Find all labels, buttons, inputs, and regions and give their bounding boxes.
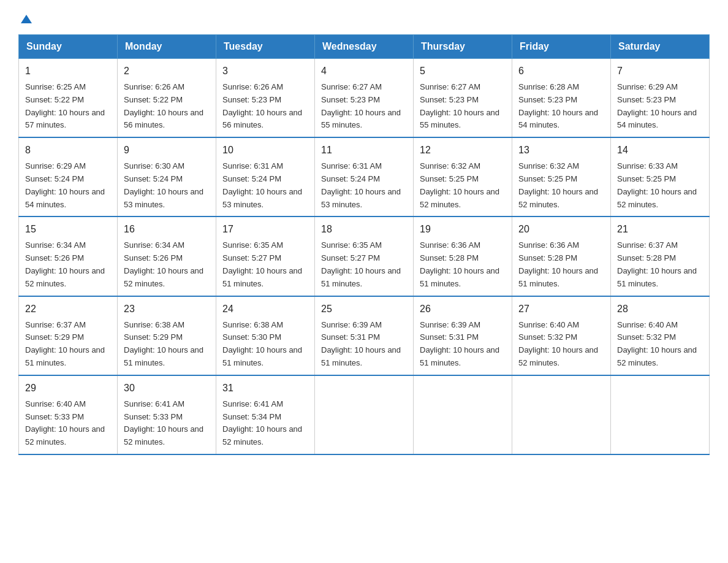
day-number: 10	[222, 143, 308, 158]
calendar-cell: 21 Sunrise: 6:37 AMSunset: 5:28 PMDaylig…	[611, 216, 710, 296]
weekday-header-wednesday: Wednesday	[315, 35, 414, 59]
calendar-cell: 10 Sunrise: 6:31 AMSunset: 5:24 PMDaylig…	[216, 137, 315, 216]
day-number: 21	[617, 222, 703, 237]
calendar-cell: 16 Sunrise: 6:34 AMSunset: 5:26 PMDaylig…	[118, 216, 216, 296]
day-info: Sunrise: 6:37 AMSunset: 5:28 PMDaylight:…	[617, 239, 703, 290]
day-info: Sunrise: 6:41 AMSunset: 5:34 PMDaylight:…	[222, 398, 308, 449]
day-info: Sunrise: 6:36 AMSunset: 5:28 PMDaylight:…	[518, 239, 604, 290]
day-number: 3	[222, 64, 308, 79]
day-number: 7	[617, 64, 703, 79]
calendar-cell: 26 Sunrise: 6:39 AMSunset: 5:31 PMDaylig…	[414, 296, 512, 375]
logo-triangle-icon	[20, 12, 33, 26]
calendar-cell: 11 Sunrise: 6:31 AMSunset: 5:24 PMDaylig…	[315, 137, 414, 216]
day-info: Sunrise: 6:31 AMSunset: 5:24 PMDaylight:…	[222, 160, 308, 211]
calendar-cell: 24 Sunrise: 6:38 AMSunset: 5:30 PMDaylig…	[216, 296, 315, 375]
day-info: Sunrise: 6:29 AMSunset: 5:23 PMDaylight:…	[617, 81, 703, 132]
calendar-week-2: 8 Sunrise: 6:29 AMSunset: 5:24 PMDayligh…	[19, 137, 710, 216]
calendar-week-3: 15 Sunrise: 6:34 AMSunset: 5:26 PMDaylig…	[19, 216, 710, 296]
calendar-cell: 28 Sunrise: 6:40 AMSunset: 5:32 PMDaylig…	[611, 296, 710, 375]
calendar-cell: 4 Sunrise: 6:27 AMSunset: 5:23 PMDayligh…	[315, 59, 414, 138]
weekday-header-monday: Monday	[118, 35, 216, 59]
calendar-cell: 23 Sunrise: 6:38 AMSunset: 5:29 PMDaylig…	[118, 296, 216, 375]
weekday-header-sunday: Sunday	[19, 35, 118, 59]
page-header	[18, 12, 710, 22]
day-info: Sunrise: 6:40 AMSunset: 5:33 PMDaylight:…	[25, 398, 111, 449]
day-info: Sunrise: 6:39 AMSunset: 5:31 PMDaylight:…	[420, 319, 506, 370]
calendar-week-5: 29 Sunrise: 6:40 AMSunset: 5:33 PMDaylig…	[19, 375, 710, 454]
calendar-cell: 25 Sunrise: 6:39 AMSunset: 5:31 PMDaylig…	[315, 296, 414, 375]
calendar-cell: 19 Sunrise: 6:36 AMSunset: 5:28 PMDaylig…	[414, 216, 512, 296]
day-info: Sunrise: 6:26 AMSunset: 5:23 PMDaylight:…	[222, 81, 308, 132]
day-number: 25	[321, 302, 407, 316]
calendar-cell: 27 Sunrise: 6:40 AMSunset: 5:32 PMDaylig…	[512, 296, 611, 375]
calendar-cell: 1 Sunrise: 6:25 AMSunset: 5:22 PMDayligh…	[19, 59, 118, 138]
calendar-cell: 6 Sunrise: 6:28 AMSunset: 5:23 PMDayligh…	[512, 59, 611, 138]
day-info: Sunrise: 6:37 AMSunset: 5:29 PMDaylight:…	[25, 319, 111, 370]
day-number: 6	[518, 64, 604, 79]
day-number: 20	[518, 222, 604, 237]
day-number: 18	[321, 222, 407, 237]
day-number: 2	[124, 64, 210, 79]
day-number: 5	[420, 64, 506, 79]
day-info: Sunrise: 6:39 AMSunset: 5:31 PMDaylight:…	[321, 319, 407, 370]
day-number: 26	[420, 302, 506, 316]
day-info: Sunrise: 6:27 AMSunset: 5:23 PMDaylight:…	[420, 81, 506, 132]
day-number: 8	[25, 143, 111, 158]
calendar-cell: 18 Sunrise: 6:35 AMSunset: 5:27 PMDaylig…	[315, 216, 414, 296]
weekday-header-friday: Friday	[512, 35, 611, 59]
day-info: Sunrise: 6:35 AMSunset: 5:27 PMDaylight:…	[222, 239, 308, 290]
calendar-cell	[315, 375, 414, 454]
day-info: Sunrise: 6:30 AMSunset: 5:24 PMDaylight:…	[124, 160, 210, 211]
calendar-week-4: 22 Sunrise: 6:37 AMSunset: 5:29 PMDaylig…	[19, 296, 710, 375]
day-info: Sunrise: 6:38 AMSunset: 5:30 PMDaylight:…	[222, 319, 308, 370]
calendar-cell: 13 Sunrise: 6:32 AMSunset: 5:25 PMDaylig…	[512, 137, 611, 216]
day-info: Sunrise: 6:41 AMSunset: 5:33 PMDaylight:…	[124, 398, 210, 449]
weekday-header-thursday: Thursday	[414, 35, 512, 59]
calendar-body: 1 Sunrise: 6:25 AMSunset: 5:22 PMDayligh…	[19, 59, 710, 454]
day-info: Sunrise: 6:32 AMSunset: 5:25 PMDaylight:…	[518, 160, 604, 211]
calendar-cell: 29 Sunrise: 6:40 AMSunset: 5:33 PMDaylig…	[19, 375, 118, 454]
day-info: Sunrise: 6:32 AMSunset: 5:25 PMDaylight:…	[420, 160, 506, 211]
day-info: Sunrise: 6:38 AMSunset: 5:29 PMDaylight:…	[124, 319, 210, 370]
calendar-header: SundayMondayTuesdayWednesdayThursdayFrid…	[19, 35, 710, 59]
day-number: 27	[518, 302, 604, 316]
day-info: Sunrise: 6:28 AMSunset: 5:23 PMDaylight:…	[518, 81, 604, 132]
calendar-cell: 5 Sunrise: 6:27 AMSunset: 5:23 PMDayligh…	[414, 59, 512, 138]
calendar-cell: 7 Sunrise: 6:29 AMSunset: 5:23 PMDayligh…	[611, 59, 710, 138]
calendar-cell: 17 Sunrise: 6:35 AMSunset: 5:27 PMDaylig…	[216, 216, 315, 296]
calendar-cell: 3 Sunrise: 6:26 AMSunset: 5:23 PMDayligh…	[216, 59, 315, 138]
calendar-cell	[512, 375, 611, 454]
logo	[18, 12, 34, 22]
day-number: 28	[617, 302, 703, 316]
day-info: Sunrise: 6:40 AMSunset: 5:32 PMDaylight:…	[617, 319, 703, 370]
calendar-cell: 2 Sunrise: 6:26 AMSunset: 5:22 PMDayligh…	[118, 59, 216, 138]
day-number: 9	[124, 143, 210, 158]
calendar-cell: 22 Sunrise: 6:37 AMSunset: 5:29 PMDaylig…	[19, 296, 118, 375]
day-number: 1	[25, 64, 111, 79]
calendar-cell: 30 Sunrise: 6:41 AMSunset: 5:33 PMDaylig…	[118, 375, 216, 454]
day-info: Sunrise: 6:25 AMSunset: 5:22 PMDaylight:…	[25, 81, 111, 132]
day-info: Sunrise: 6:26 AMSunset: 5:22 PMDaylight:…	[124, 81, 210, 132]
day-number: 16	[124, 222, 210, 237]
day-number: 23	[124, 302, 210, 316]
day-number: 13	[518, 143, 604, 158]
calendar-cell: 8 Sunrise: 6:29 AMSunset: 5:24 PMDayligh…	[19, 137, 118, 216]
day-number: 30	[124, 381, 210, 396]
calendar-cell: 12 Sunrise: 6:32 AMSunset: 5:25 PMDaylig…	[414, 137, 512, 216]
calendar-table: SundayMondayTuesdayWednesdayThursdayFrid…	[18, 34, 710, 455]
calendar-cell: 15 Sunrise: 6:34 AMSunset: 5:26 PMDaylig…	[19, 216, 118, 296]
calendar-cell: 14 Sunrise: 6:33 AMSunset: 5:25 PMDaylig…	[611, 137, 710, 216]
day-number: 29	[25, 381, 111, 396]
day-info: Sunrise: 6:29 AMSunset: 5:24 PMDaylight:…	[25, 160, 111, 211]
calendar-cell: 9 Sunrise: 6:30 AMSunset: 5:24 PMDayligh…	[118, 137, 216, 216]
day-info: Sunrise: 6:36 AMSunset: 5:28 PMDaylight:…	[420, 239, 506, 290]
day-number: 22	[25, 302, 111, 316]
weekday-header-saturday: Saturday	[611, 35, 710, 59]
day-number: 12	[420, 143, 506, 158]
day-number: 31	[222, 381, 308, 396]
day-info: Sunrise: 6:34 AMSunset: 5:26 PMDaylight:…	[25, 239, 111, 290]
day-info: Sunrise: 6:27 AMSunset: 5:23 PMDaylight:…	[321, 81, 407, 132]
day-info: Sunrise: 6:34 AMSunset: 5:26 PMDaylight:…	[124, 239, 210, 290]
day-number: 17	[222, 222, 308, 237]
day-info: Sunrise: 6:35 AMSunset: 5:27 PMDaylight:…	[321, 239, 407, 290]
